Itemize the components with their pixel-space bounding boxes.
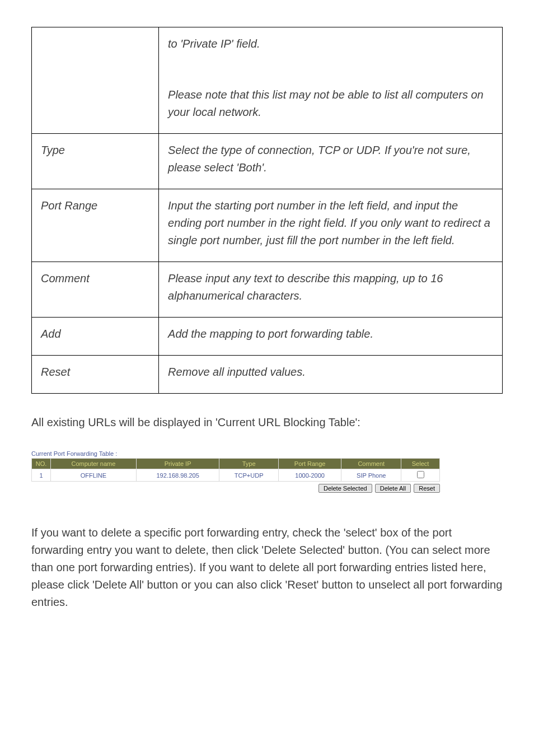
pf-header-computer-name: Computer name (51, 459, 137, 469)
pf-cell-port-range: 1000-2000 (278, 469, 341, 482)
definition-row: Type Select the type of connection, TCP … (32, 134, 503, 189)
definitions-table: to 'Private IP' field. Please note that … (31, 27, 503, 394)
definition-term: Comment (32, 262, 159, 318)
definition-term: Port Range (32, 189, 159, 262)
reset-button[interactable]: Reset (414, 484, 440, 493)
definition-term: Add (32, 318, 159, 356)
definition-term: Reset (32, 356, 159, 394)
definition-desc: Select the type of connection, TCP or UD… (159, 134, 503, 189)
definition-row: to 'Private IP' field. Please note that … (32, 27, 503, 134)
pf-table: NO. Computer name Private IP Type Port R… (31, 458, 440, 482)
pf-data-row: 1 OFFLINE 192.168.98.205 TCP+UDP 1000-20… (32, 469, 440, 482)
definition-desc: to 'Private IP' field. Please note that … (159, 27, 503, 134)
spacer (168, 53, 493, 86)
definition-desc: Remove all inputted values. (159, 356, 503, 394)
definition-row: Port Range Input the starting port numbe… (32, 189, 503, 262)
definition-row: Comment Please input any text to describ… (32, 262, 503, 318)
pf-cell-no: 1 (32, 469, 51, 482)
definition-desc: Please input any text to describe this m… (159, 262, 503, 318)
definition-term (32, 27, 159, 134)
pf-header-comment: Comment (341, 459, 401, 469)
definition-line: to 'Private IP' field. (168, 38, 260, 50)
pf-cell-private-ip: 192.168.98.205 (136, 469, 219, 482)
pf-caption: Current Port Forwarding Table : (31, 450, 440, 458)
pf-header-row: NO. Computer name Private IP Type Port R… (32, 459, 440, 469)
port-forwarding-widget: Current Port Forwarding Table : NO. Comp… (31, 450, 440, 493)
bottom-paragraph: If you want to delete a specific port fo… (31, 524, 503, 611)
pf-header-private-ip: Private IP (136, 459, 219, 469)
after-table-text: All existing URLs will be displayed in '… (31, 414, 503, 431)
pf-header-no: NO. (32, 459, 51, 469)
definition-row: Reset Remove all inputted values. (32, 356, 503, 394)
pf-cell-select (401, 469, 440, 482)
delete-selected-button[interactable]: Delete Selected (318, 484, 372, 493)
select-row-checkbox[interactable] (417, 471, 424, 478)
definition-line: Please note that this list may not be ab… (168, 88, 484, 118)
pf-buttons: Delete Selected Delete All Reset (31, 482, 440, 493)
definition-term: Type (32, 134, 159, 189)
definition-desc: Input the starting port number in the le… (159, 189, 503, 262)
delete-all-button[interactable]: Delete All (375, 484, 411, 493)
pf-header-type: Type (219, 459, 278, 469)
pf-header-port-range: Port Range (278, 459, 341, 469)
pf-cell-comment: SIP Phone (341, 469, 401, 482)
pf-cell-type: TCP+UDP (219, 469, 278, 482)
definition-desc: Add the mapping to port forwarding table… (159, 318, 503, 356)
pf-cell-computer-name: OFFLINE (51, 469, 137, 482)
definition-row: Add Add the mapping to port forwarding t… (32, 318, 503, 356)
pf-header-select: Select (401, 459, 440, 469)
